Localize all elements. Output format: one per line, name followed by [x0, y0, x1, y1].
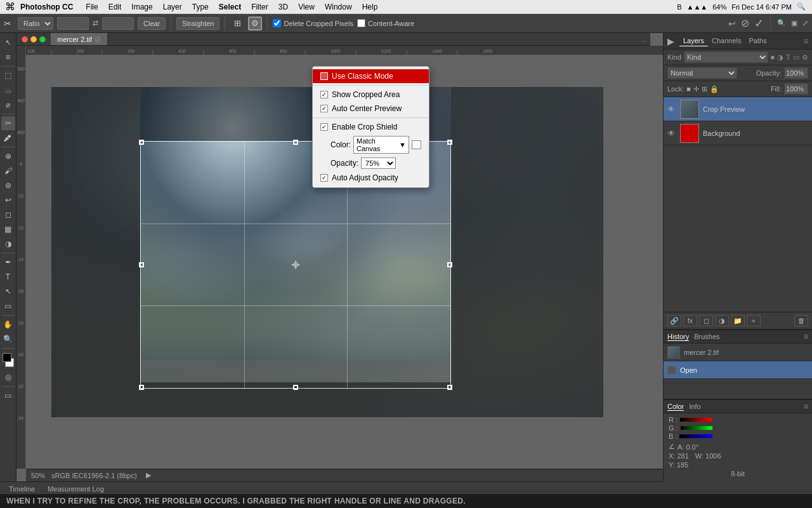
panel-options-icon[interactable]: ≡ [804, 37, 808, 46]
popup-auto-center[interactable]: Auto Center Preview [313, 102, 429, 116]
window-close[interactable] [22, 36, 28, 43]
tool-pen[interactable]: ✒ [1, 255, 15, 269]
spotlight-icon[interactable]: 🔍 [797, 3, 806, 11]
handle-br[interactable] [447, 385, 452, 390]
handle-bl[interactable] [139, 385, 144, 390]
tool-stamp[interactable]: ⊛ [1, 178, 15, 192]
menu-help[interactable]: Help [362, 3, 378, 11]
history-item-file[interactable]: mercer 2.tif [664, 344, 812, 361]
color-options[interactable]: ≡ [804, 402, 808, 411]
channels-tab[interactable]: Channels [708, 36, 745, 46]
tool-brush[interactable]: 🖌 [1, 164, 15, 178]
layer-link-btn[interactable]: 🔗 [667, 315, 681, 326]
handle-tl[interactable] [139, 140, 144, 145]
straighten-button[interactable]: Straighten [176, 17, 219, 30]
tool-eraser[interactable]: ◻ [1, 208, 15, 222]
popup-show-cropped-area[interactable]: Show Cropped Area [313, 88, 429, 102]
layer-kind-select[interactable]: Kind [684, 51, 768, 63]
apple-menu[interactable]: ⌘ [5, 1, 15, 13]
undo-icon[interactable]: ↩ [728, 18, 736, 29]
search-icon[interactable]: 🔍 [777, 19, 786, 27]
doc-tab-active[interactable]: mercer 2.tif @ [51, 33, 108, 45]
filter-smart-icon[interactable]: ⚙ [802, 53, 808, 62]
resize-icon[interactable]: ⤢ [802, 19, 808, 27]
width-input[interactable] [57, 17, 89, 30]
tool-crop[interactable]: ✂ [1, 116, 15, 130]
commit-crop-icon[interactable]: ✓ [754, 17, 764, 30]
popup-auto-adjust-opacity[interactable]: Auto Adjust Opacity [313, 171, 429, 185]
tool-quick-select[interactable]: ⌀ [1, 98, 15, 112]
tool-artboard[interactable]: ⊞ [1, 50, 15, 64]
history-tab[interactable]: History [667, 333, 689, 341]
content-aware-label[interactable]: Content-Aware [357, 19, 414, 27]
layer-eye-bg[interactable]: 👁 [667, 129, 676, 138]
menu-select[interactable]: Select [219, 3, 241, 11]
tool-hand[interactable]: ✋ [1, 318, 15, 331]
popup-enable-crop-shield[interactable]: Enable Crop Shield [313, 120, 429, 134]
paths-tab[interactable]: Paths [745, 36, 771, 46]
tool-shape[interactable]: ▭ [1, 299, 15, 313]
color-dropdown[interactable]: Match Canvas ▼ [353, 136, 409, 154]
layer-new-btn[interactable]: + [747, 315, 761, 326]
filter-pixel-icon[interactable]: ■ [771, 53, 775, 61]
history-item-open[interactable]: Open [664, 361, 812, 379]
swap-icon[interactable]: ⇄ [93, 19, 98, 27]
menu-layer[interactable]: Layer [163, 3, 182, 11]
menu-3d[interactable]: 3D [278, 3, 288, 11]
color-swatch[interactable] [412, 140, 421, 149]
content-aware-checkbox[interactable] [357, 19, 365, 27]
arrange-icon[interactable]: ▣ [791, 19, 797, 27]
zoom-level[interactable]: 50% [31, 472, 45, 479]
delete-cropped-checkbox[interactable] [273, 19, 281, 27]
expand-icon[interactable]: ▶ [146, 471, 151, 479]
layer-mask-btn[interactable]: ◻ [699, 315, 713, 326]
cancel-crop-icon[interactable]: ⊘ [741, 17, 749, 29]
tab-overflow[interactable]: ... [637, 36, 650, 43]
handle-tm[interactable] [293, 140, 298, 145]
filter-type-icon[interactable]: T [786, 53, 790, 61]
handle-bm[interactable] [293, 385, 298, 390]
lock-all-icon[interactable]: 🔒 [710, 85, 719, 93]
window-maximize[interactable] [39, 36, 46, 43]
menu-filter[interactable]: Filter [251, 3, 268, 11]
tool-lasso[interactable]: ⌓ [1, 83, 15, 97]
info-tab[interactable]: Info [689, 403, 700, 410]
opacity-input[interactable] [784, 67, 808, 79]
color-tab[interactable]: Color [667, 403, 684, 411]
handle-ml[interactable] [139, 262, 144, 267]
layer-delete-btn[interactable]: 🗑 [794, 315, 808, 326]
quick-mask-btn[interactable]: ◎ [1, 370, 15, 384]
filter-shape-icon[interactable]: ▭ [793, 53, 799, 62]
tool-marquee[interactable]: ⬚ [1, 69, 15, 83]
layers-tab[interactable]: Layers [679, 36, 708, 46]
layer-fx-btn[interactable]: fx [683, 315, 697, 326]
lock-pos-icon[interactable]: ✛ [693, 85, 699, 93]
menu-image[interactable]: Image [131, 3, 152, 11]
timeline-tab[interactable]: Timeline [4, 484, 40, 494]
tool-gradient[interactable]: ▦ [1, 222, 15, 236]
height-input[interactable] [102, 17, 134, 30]
menu-file[interactable]: File [86, 3, 98, 11]
screen-mode-btn[interactable]: ▭ [1, 389, 15, 403]
layer-adj-btn[interactable]: ◑ [715, 315, 729, 326]
layer-item-background[interactable]: 👁 Background [664, 121, 812, 145]
ratio-select[interactable]: Ratio [18, 17, 53, 30]
clear-button[interactable]: Clear [138, 17, 166, 30]
handle-mr[interactable] [447, 262, 452, 267]
center-handle[interactable] [291, 260, 300, 269]
history-options[interactable]: ≡ [804, 332, 808, 341]
tool-dodge[interactable]: ◑ [1, 237, 15, 251]
grid-icon[interactable]: ⊞ [230, 17, 244, 30]
tool-move[interactable]: ↖ [1, 36, 15, 50]
panel-play-icon[interactable]: ▶ [667, 36, 674, 46]
tool-text[interactable]: T [1, 270, 15, 284]
menu-edit[interactable]: Edit [108, 3, 122, 11]
tool-path-select[interactable]: ↖ [1, 284, 15, 298]
settings-icon[interactable]: ⚙ [248, 17, 262, 30]
handle-tr[interactable] [447, 140, 452, 145]
lock-pixel-icon[interactable]: ■ [686, 85, 691, 93]
menu-view[interactable]: View [298, 3, 315, 11]
layer-group-btn[interactable]: 📁 [731, 315, 745, 326]
popup-use-classic-mode[interactable]: Use Classic Mode [313, 69, 429, 83]
opacity-select[interactable]: 75% 50% 100% [361, 157, 396, 169]
